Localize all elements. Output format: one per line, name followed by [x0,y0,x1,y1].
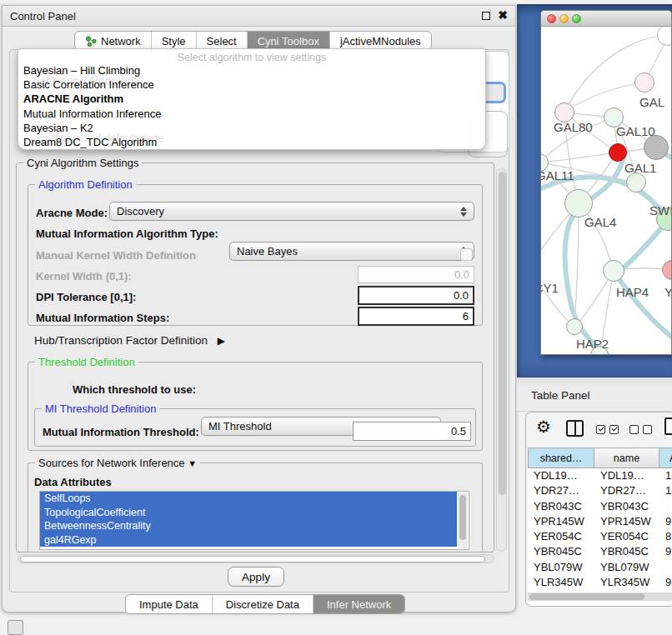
table-horizontal-scrollbar-thumb[interactable] [529,593,644,600]
tab-infer-network-label: Infer Network [327,598,391,611]
kernel-width-label: Kernel Width (0,1): [36,270,132,282]
expand-right-icon: ▶ [218,335,225,347]
cell: YLR345W [594,575,659,590]
cell [659,499,672,514]
table-row[interactable]: YDL19… YDL19… 13 [528,468,672,483]
cell: YBR043C [528,499,594,514]
mi-steps-field[interactable] [358,307,474,326]
table-panel-bar: Table Panel [517,378,672,412]
cell: YBL079W [594,560,659,575]
node-hap2[interactable] [566,318,583,335]
close-icon[interactable]: ✖ [498,8,508,22]
node-gray[interactable] [644,135,669,160]
table-row[interactable]: YBL079W YBL079W [528,560,672,575]
aracne-mode-combo[interactable]: Discovery [109,202,474,221]
table-row[interactable]: YPR145W YPR145W 9. [528,514,672,529]
threshold-definition-title: Threshold Definition [35,356,138,368]
settings-horizontal-scrollbar-thumb[interactable] [20,556,485,562]
mi-threshold-label: Mutual Information Threshold: [43,426,199,438]
node-hap4[interactable] [603,260,624,282]
checked-checkbox-icon[interactable] [609,425,619,434]
table-row[interactable]: YER054C YER054C 8. [528,529,672,544]
aracne-mode-value: Discovery [117,205,164,218]
node-table: shared… name A YDL19… YDL19… 13 YDR27… Y… [528,448,672,606]
split-columns-icon[interactable] [566,420,584,437]
mi-threshold-field[interactable] [353,422,471,441]
table-row[interactable]: YDR27… YDR27… 12 [528,483,672,498]
tab-jactivemnodules[interactable]: jActiveMNodules [330,32,431,50]
node-label-gal1: GAL1 [624,161,656,175]
table-panel-toolbar: ⚙ [526,412,672,446]
menu-item-mutual-information[interactable]: Mutual Information Inference [18,107,485,121]
kernel-width-field[interactable] [358,266,474,283]
column-header-partial[interactable]: A [659,448,672,468]
column-header-shared-name[interactable]: shared… [528,448,594,468]
table-row[interactable]: YBR045C YBR045C 9. [528,544,672,559]
tab-impute-data[interactable]: Impute Data [126,595,213,613]
mi-type-combo[interactable]: Naive Bayes [229,242,474,261]
list-item-selfloops[interactable]: SelfLoops [40,492,457,506]
menu-item-bayesian-hill-climbing[interactable]: Bayesian – Hill Climbing [18,63,485,78]
document-icon[interactable] [664,418,672,435]
minimize-traffic-light-icon[interactable] [559,14,569,23]
cyni-algorithm-settings-title: Cyni Algorithm Settings [23,157,142,169]
manual-kernel-checkbox[interactable] [460,248,473,261]
unchecked-checkbox-icon[interactable] [629,425,639,434]
list-item-topologicalcoefficient[interactable]: TopologicalCoefficient [40,506,457,520]
settings-vertical-scrollbar[interactable] [496,168,507,552]
data-attributes-list[interactable]: SelfLoops TopologicalCoefficient Between… [39,491,469,550]
close-traffic-light-icon[interactable] [547,14,556,23]
tab-jactivemnodules-label: jActiveMNodules [340,35,421,48]
algorithm-dropdown-popup: Inference Algorithm gal-filtered sif def… [18,48,486,150]
apply-button[interactable]: Apply [228,567,284,587]
mi-type-label: Mutual Information Algorithm Type: [36,228,218,240]
dpi-tolerance-field[interactable] [358,286,474,305]
node-gal1-red[interactable] [609,143,627,162]
node-label-hap4: HAP4 [616,285,649,299]
node-green-mid[interactable] [626,172,646,192]
checked-checkbox-icon[interactable] [596,425,605,434]
column-header-name[interactable]: name [594,448,659,468]
table-horizontal-scrollbar[interactable] [528,592,672,601]
gear-icon[interactable]: ⚙ [536,417,551,437]
hub-section-toggle[interactable]: Hub/Transcription Factor Definition ▶ [34,334,225,347]
unchecked-checkbox-icon[interactable] [643,425,652,434]
settings-horizontal-scrollbar[interactable] [18,554,494,563]
menu-item-dream8[interactable]: Dream8 DC_TDC Algorithm [18,135,485,149]
network-canvas[interactable]: GAL GAL80 GAL10 GAL1 GAL11 GAL4 SWI4 GCY… [541,27,672,355]
network-window-titlebar[interactable] [541,11,671,27]
table-row[interactable]: YLR345W YLR345W 9. [528,575,672,590]
tab-network[interactable]: Network [75,32,152,50]
node-gal-partial[interactable] [634,72,654,92]
menu-item-bayesian-k2[interactable]: Bayesian – K2 [18,121,485,135]
tab-style[interactable]: Style [152,32,197,50]
attributes-list-scrollbar-thumb[interactable] [459,495,466,540]
cell: YPR145W [528,514,594,529]
tab-impute-data-label: Impute Data [139,598,198,611]
data-attributes-label: Data Attributes [34,476,112,488]
attributes-list-scrollbar[interactable] [458,492,468,548]
float-window-icon[interactable] [482,12,490,20]
tab-discretize-data-label: Discretize Data [226,598,299,611]
hub-section-label: Hub/Transcription Factor Definition [34,334,208,347]
list-item-betweennesscentrality[interactable]: BetweennessCentrality [40,519,457,533]
node-gal4[interactable] [564,189,593,218]
menu-item-aracne[interactable]: ARACNE Algorithm [18,92,485,106]
settings-vertical-scrollbar-thumb[interactable] [499,172,506,495]
tab-cyni-toolbox[interactable]: Cyni Toolbox [248,32,330,50]
which-threshold-label: Which threshold to use: [73,383,196,396]
node-label-y-partial: Y [664,285,672,299]
tab-cyni-toolbox-label: Cyni Toolbox [258,35,319,48]
collapse-down-icon[interactable]: ▼ [188,458,197,468]
tab-infer-network[interactable]: Infer Network [313,595,404,613]
node-label-gal4: GAL4 [584,215,616,229]
tab-select[interactable]: Select [197,32,248,50]
list-item-gal4rgexp[interactable]: gal4RGexp [40,533,457,548]
node-label-gcy1: GCY1 [541,281,559,295]
tab-discretize-data[interactable]: Discretize Data [213,595,313,613]
zoom-traffic-light-icon[interactable] [572,14,581,23]
restore-panel-button[interactable] [8,620,23,635]
table-row[interactable]: YBR043C YBR043C [528,499,672,514]
menu-item-basic-correlation[interactable]: Basic Correlation Inference [18,78,485,92]
cell: 9. [659,514,672,529]
